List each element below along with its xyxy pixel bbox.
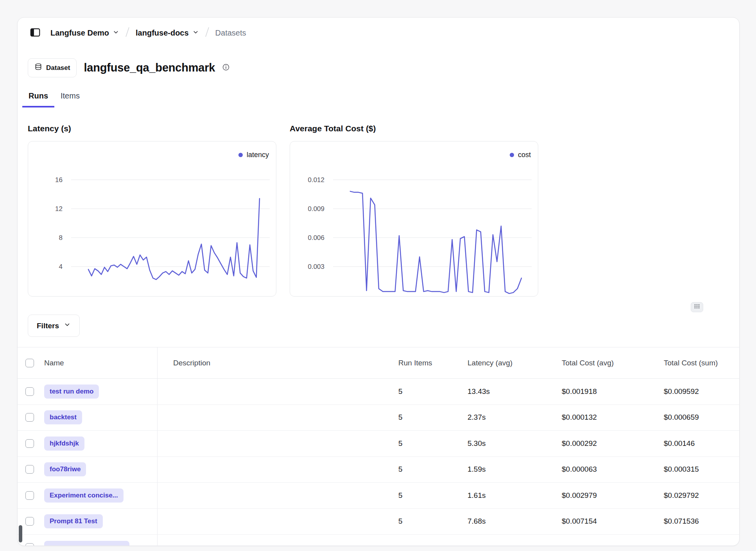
total-cost-sum-value: $0.00146 bbox=[662, 431, 739, 456]
panel-left-icon bbox=[29, 27, 41, 39]
run-description bbox=[157, 431, 397, 456]
grid-dots-icon bbox=[694, 304, 700, 311]
legend-dot-icon bbox=[238, 153, 243, 157]
run-items-value: 5 bbox=[397, 431, 466, 456]
org-switcher[interactable]: Langfuse Demo bbox=[50, 29, 119, 38]
svg-text:0.009: 0.009 bbox=[308, 205, 324, 213]
row-checkbox[interactable] bbox=[25, 413, 34, 422]
tab-runs[interactable]: Runs bbox=[22, 89, 54, 107]
page: Langfuse Demo langfuse-docs bbox=[0, 0, 756, 551]
run-description bbox=[157, 509, 397, 535]
svg-text:8: 8 bbox=[59, 234, 63, 242]
latency-avg-value: 13.43s bbox=[466, 379, 560, 404]
cost-chart-card: cost 0.0030.0060.0090.012 bbox=[290, 141, 538, 297]
cost-chart-legend: cost bbox=[510, 151, 531, 159]
run-description bbox=[157, 457, 397, 483]
svg-text:0.012: 0.012 bbox=[308, 176, 324, 184]
breadcrumb-page[interactable]: Datasets bbox=[215, 29, 246, 38]
table-row[interactable]: Prompt 81 Test 5 7.68s $0.007154 $0.0715… bbox=[18, 509, 739, 535]
run-items-value: 5 bbox=[397, 405, 466, 431]
run-name-pill[interactable] bbox=[44, 541, 129, 546]
tab-items[interactable]: Items bbox=[54, 89, 86, 107]
column-header-latency-avg[interactable]: Latency (avg) bbox=[466, 347, 560, 378]
chevron-down-icon bbox=[192, 29, 199, 38]
run-name-pill[interactable]: backtest bbox=[44, 410, 82, 424]
project-name: langfuse-docs bbox=[136, 29, 189, 38]
run-items-value: 5 bbox=[397, 457, 466, 483]
total-cost-avg-value: $0.000063 bbox=[560, 457, 662, 483]
cost-chart-title: Average Total Cost ($) bbox=[290, 124, 538, 133]
svg-text:16: 16 bbox=[55, 176, 63, 184]
chevron-down-icon bbox=[64, 321, 71, 330]
total-cost-sum-value: $0.071536 bbox=[662, 509, 739, 535]
total-cost-avg-value: $0.002979 bbox=[560, 483, 662, 508]
table-row[interactable]: backtest 5 2.37s $0.000132 $0.000659 bbox=[18, 405, 739, 431]
column-header-total-cost-avg[interactable]: Total Cost (avg) bbox=[560, 347, 662, 378]
run-items-value: 5 bbox=[397, 379, 466, 404]
table-row-partial[interactable] bbox=[18, 535, 739, 546]
row-checkbox[interactable] bbox=[25, 543, 34, 546]
legend-label: cost bbox=[518, 151, 531, 159]
latency-line-chart: 481216 bbox=[28, 141, 276, 296]
breadcrumb-separator-icon bbox=[125, 26, 130, 39]
total-cost-avg-value: $0.001918 bbox=[560, 379, 662, 404]
row-checkbox[interactable] bbox=[25, 439, 34, 448]
latency-chart-legend: latency bbox=[238, 151, 269, 159]
total-cost-sum-value: $0.000315 bbox=[662, 457, 739, 483]
cost-chart-block: Average Total Cost ($) cost 0.0030.0060.… bbox=[290, 124, 538, 297]
breadcrumb: Langfuse Demo langfuse-docs bbox=[50, 26, 246, 39]
run-name-pill[interactable]: Experiment concise... bbox=[44, 488, 124, 503]
svg-text:12: 12 bbox=[55, 205, 63, 213]
run-name-pill[interactable]: test run demo bbox=[44, 385, 99, 399]
info-icon[interactable] bbox=[222, 63, 230, 73]
cost-line-chart: 0.0030.0060.0090.012 bbox=[290, 141, 538, 296]
latency-chart-card: latency 481216 bbox=[28, 141, 276, 297]
column-header-name[interactable]: Name bbox=[39, 347, 157, 378]
widget-drag-handle[interactable] bbox=[691, 302, 703, 312]
dataset-badge: Dataset bbox=[28, 58, 77, 77]
row-checkbox[interactable] bbox=[25, 387, 34, 396]
filters-button[interactable]: Filters bbox=[28, 315, 80, 337]
table-row[interactable]: Experiment concise... 5 1.61s $0.002979 … bbox=[18, 483, 739, 509]
run-items-value: 5 bbox=[397, 483, 466, 508]
column-header-description[interactable]: Description bbox=[157, 347, 397, 378]
run-description bbox=[157, 483, 397, 508]
table-header-row: Name Description Run Items Latency (avg)… bbox=[18, 347, 739, 379]
chevron-down-icon bbox=[113, 29, 119, 38]
run-description bbox=[157, 379, 397, 404]
run-description bbox=[157, 405, 397, 431]
scrollbar-thumb[interactable] bbox=[19, 525, 22, 542]
run-name-pill[interactable]: foo78riwe bbox=[44, 462, 86, 476]
total-cost-sum-value: $0.000659 bbox=[662, 405, 739, 431]
table-row[interactable]: test run demo 5 13.43s $0.001918 $0.0095… bbox=[18, 379, 739, 405]
row-checkbox[interactable] bbox=[25, 517, 34, 526]
row-checkbox[interactable] bbox=[25, 491, 34, 500]
dataset-badge-label: Dataset bbox=[46, 64, 70, 72]
dataset-header: Dataset langfuse_qa_benchmark bbox=[18, 48, 739, 77]
breadcrumb-separator-icon bbox=[204, 26, 210, 39]
run-name-pill[interactable]: hjkfdshjk bbox=[44, 437, 84, 451]
project-switcher[interactable]: langfuse-docs bbox=[136, 29, 199, 38]
sidebar-toggle-button[interactable] bbox=[28, 25, 43, 40]
topbar: Langfuse Demo langfuse-docs bbox=[18, 18, 739, 48]
charts-section: Latency (s) latency 481216 Average Total… bbox=[18, 107, 739, 297]
svg-text:0.003: 0.003 bbox=[308, 263, 324, 270]
filters-label: Filters bbox=[37, 322, 59, 330]
page-title: langfuse_qa_benchmark bbox=[84, 61, 215, 74]
select-all-checkbox[interactable] bbox=[25, 359, 34, 367]
main-panel: Langfuse Demo langfuse-docs bbox=[17, 17, 740, 546]
table-row[interactable]: foo78riwe 5 1.59s $0.000063 $0.000315 bbox=[18, 457, 739, 483]
legend-label: latency bbox=[247, 151, 269, 159]
column-header-total-cost-sum[interactable]: Total Cost (sum) bbox=[662, 347, 739, 378]
total-cost-sum-value: $0.029792 bbox=[662, 483, 739, 508]
run-items-value: 5 bbox=[397, 509, 466, 535]
latency-avg-value: 7.68s bbox=[466, 509, 560, 535]
table-row[interactable]: hjkfdshjk 5 5.30s $0.000292 $0.00146 bbox=[18, 431, 739, 457]
row-checkbox[interactable] bbox=[25, 465, 34, 474]
run-name-pill[interactable]: Prompt 81 Test bbox=[44, 514, 103, 528]
table-toolbar: Filters bbox=[18, 297, 739, 347]
total-cost-avg-value: $0.007154 bbox=[560, 509, 662, 535]
database-icon bbox=[34, 63, 42, 73]
latency-chart-block: Latency (s) latency 481216 bbox=[28, 124, 276, 297]
column-header-run-items[interactable]: Run Items bbox=[397, 347, 466, 378]
